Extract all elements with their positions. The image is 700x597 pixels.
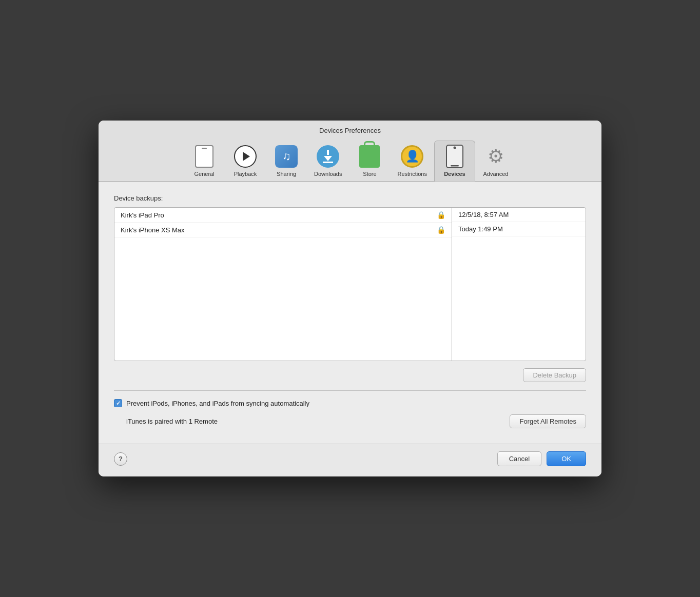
backup-row-iphone[interactable]: Kirk's iPhone XS Max 🔒 [114,223,452,237]
tab-restrictions-label: Restrictions [397,171,426,177]
content-area: Device backups: Kirk's iPad Pro 🔒 Kirk's… [99,182,601,444]
toolbar: General Playback ♫ Sharing [99,141,601,181]
backup-date-iphone: Today 1:49 PM [452,222,586,236]
tab-downloads[interactable]: Downloads [307,141,349,181]
restrictions-icon: 👤 [400,144,424,169]
tab-general[interactable]: General [184,141,225,181]
store-icon [357,144,382,169]
prevent-sync-checkbox[interactable] [114,399,122,407]
help-button[interactable]: ? [114,452,127,466]
tab-sharing[interactable]: ♫ Sharing [266,141,307,181]
backup-table: Kirk's iPad Pro 🔒 Kirk's iPhone XS Max 🔒… [114,207,586,361]
prevent-sync-row: Prevent iPods, iPhones, and iPads from s… [114,399,586,407]
forget-remotes-button[interactable]: Forget All Remotes [510,414,586,428]
remotes-row: iTunes is paired with 1 Remote Forget Al… [114,414,586,428]
title-bar: Devices Preferences General Playback [99,121,601,182]
backup-name-iphone: Kirk's iPhone XS Max [121,226,433,234]
tab-downloads-label: Downloads [314,171,342,177]
delete-backup-area: Delete Backup [114,368,586,382]
remotes-text: iTunes is paired with 1 Remote [126,417,218,425]
svg-point-1 [453,147,456,149]
tab-advanced-label: Advanced [483,171,508,177]
svg-rect-2 [451,165,459,167]
tab-general-label: General [194,171,214,177]
tab-sharing-label: Sharing [277,171,296,177]
backup-names-column: Kirk's iPad Pro 🔒 Kirk's iPhone XS Max 🔒 [114,208,452,361]
section-label: Device backups: [114,194,586,202]
divider [114,390,586,391]
preferences-window: Devices Preferences General Playback [99,121,601,476]
downloads-icon [316,144,340,169]
backup-dates-column: 12/5/18, 8:57 AM Today 1:49 PM [452,208,586,361]
backup-name-ipad: Kirk's iPad Pro [121,211,433,219]
footer: ? Cancel OK [99,444,601,476]
cancel-button[interactable]: Cancel [497,451,541,466]
tab-store[interactable]: Store [349,141,390,181]
backup-row-ipad[interactable]: Kirk's iPad Pro 🔒 [114,208,452,223]
general-icon [192,144,217,169]
backup-date-ipad: 12/5/18, 8:57 AM [452,208,586,222]
tab-store-label: Store [363,171,376,177]
tab-devices[interactable]: Devices [434,141,475,182]
lock-icon-ipad: 🔒 [437,211,445,219]
tab-restrictions[interactable]: 👤 Restrictions [390,141,434,181]
tab-devices-label: Devices [444,171,465,177]
sharing-icon: ♫ [274,144,299,169]
tab-advanced[interactable]: ⚙ Advanced [475,141,516,181]
footer-buttons: Cancel OK [497,451,586,466]
playback-icon [233,144,258,169]
devices-icon [442,144,467,169]
prevent-sync-label: Prevent iPods, iPhones, and iPads from s… [126,400,309,407]
ok-button[interactable]: OK [547,451,586,466]
advanced-icon: ⚙ [483,144,508,169]
tab-playback-label: Playback [234,171,257,177]
delete-backup-button[interactable]: Delete Backup [523,368,586,382]
window-title: Devices Preferences [319,127,381,134]
lock-icon-iphone: 🔒 [437,226,445,234]
tab-playback[interactable]: Playback [225,141,266,181]
